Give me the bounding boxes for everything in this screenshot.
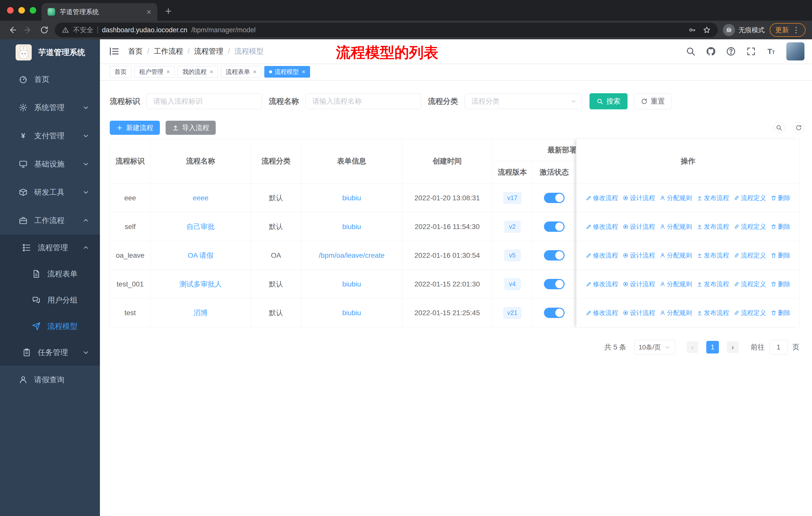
close-window-button[interactable] (7, 7, 13, 13)
active-toggle[interactable] (544, 279, 564, 289)
page-1-button[interactable]: 1 (706, 341, 719, 353)
maximize-window-button[interactable] (30, 7, 36, 13)
sidebar-item-workflow[interactable]: 工作流程 (0, 206, 100, 235)
action-edit-process[interactable]: 修改流程 (586, 251, 618, 260)
reset-button[interactable]: 重置 (634, 93, 671, 109)
prev-page-button[interactable]: ‹ (687, 342, 698, 353)
form-info-link[interactable]: biubiu (342, 223, 361, 231)
action-edit-process[interactable]: 修改流程 (586, 309, 618, 317)
active-toggle[interactable] (544, 193, 564, 203)
action-process-definition[interactable]: 流程定义 (734, 280, 766, 288)
action-design-process[interactable]: 设计流程 (623, 309, 655, 317)
sidebar-item-task-management[interactable]: 任务管理 (0, 340, 100, 365)
action-delete[interactable]: 删除 (771, 251, 791, 260)
action-assign-rule[interactable]: 分配规则 (660, 251, 692, 260)
action-delete[interactable]: 删除 (771, 280, 791, 288)
form-info-link[interactable]: biubiu (342, 280, 361, 288)
tag-my-process[interactable]: 我的流程× (178, 66, 218, 78)
action-process-definition[interactable]: 流程定义 (734, 222, 766, 231)
breadcrumb-workflow[interactable]: 工作流程 (154, 46, 183, 56)
sidebar-item-process-management[interactable]: 流程管理 (0, 235, 100, 261)
action-design-process[interactable]: 设计流程 (623, 251, 655, 260)
sidebar-item-infrastructure[interactable]: 基础设施 (0, 150, 100, 178)
sidebar-item-user-group[interactable]: 用户分组 (0, 287, 100, 313)
forward-icon[interactable] (23, 24, 34, 35)
sidebar-collapse-icon[interactable] (109, 46, 120, 57)
action-delete[interactable]: 删除 (771, 222, 791, 231)
process-key-input[interactable] (146, 93, 262, 109)
process-name-link[interactable]: 滔博 (194, 308, 208, 318)
tag-process-model[interactable]: 流程模型× (264, 66, 310, 78)
search-button[interactable]: 搜索 (589, 93, 628, 109)
action-assign-rule[interactable]: 分配规则 (660, 280, 692, 288)
github-icon[interactable] (706, 46, 716, 56)
new-tab-button[interactable]: + (165, 5, 172, 17)
process-name-link[interactable]: 测试多审批人 (179, 279, 222, 289)
bookmark-star-icon[interactable] (703, 26, 711, 34)
back-icon[interactable] (6, 24, 18, 35)
action-edit-process[interactable]: 修改流程 (586, 280, 618, 288)
action-design-process[interactable]: 设计流程 (623, 222, 655, 231)
goto-page-input[interactable] (769, 340, 788, 354)
close-icon[interactable]: × (253, 68, 257, 75)
process-name-link[interactable]: OA 请假 (188, 251, 214, 260)
help-icon[interactable] (726, 46, 736, 56)
process-name-link[interactable]: eeee (193, 194, 208, 202)
sidebar-item-system[interactable]: 系统管理 (0, 93, 100, 122)
action-assign-rule[interactable]: 分配规则 (660, 194, 692, 202)
action-edit-process[interactable]: 修改流程 (586, 222, 618, 231)
user-avatar[interactable] (786, 42, 805, 60)
search-icon[interactable] (686, 46, 696, 56)
active-toggle[interactable] (544, 250, 564, 261)
action-publish-process[interactable]: 发布流程 (697, 222, 729, 231)
action-delete[interactable]: 删除 (771, 194, 791, 202)
browser-menu-icon[interactable]: ⋮ (792, 28, 800, 32)
minimize-window-button[interactable] (18, 7, 25, 13)
refresh-table-button[interactable] (793, 122, 805, 134)
action-publish-process[interactable]: 发布流程 (697, 251, 729, 260)
font-size-icon[interactable]: TT (766, 46, 776, 56)
action-publish-process[interactable]: 发布流程 (697, 309, 729, 317)
breadcrumb-process-management[interactable]: 流程管理 (194, 46, 223, 56)
tag-process-form[interactable]: 流程表单× (221, 66, 261, 78)
close-icon[interactable]: × (166, 68, 170, 75)
action-edit-process[interactable]: 修改流程 (586, 194, 618, 202)
page-size-select[interactable]: 10条/页 (634, 340, 675, 354)
reload-icon[interactable] (39, 24, 50, 35)
form-info-link[interactable]: biubiu (342, 194, 361, 202)
action-process-definition[interactable]: 流程定义 (734, 194, 766, 202)
action-assign-rule[interactable]: 分配规则 (660, 222, 692, 231)
category-select[interactable]: 流程分类 (465, 93, 582, 109)
chrome-update-button[interactable]: 更新 ⋮ (770, 23, 806, 37)
active-toggle[interactable] (544, 221, 564, 232)
form-info-link[interactable]: /bpm/oa/leave/create (319, 251, 385, 260)
fullscreen-icon[interactable] (746, 46, 756, 56)
active-toggle[interactable] (544, 308, 564, 318)
key-icon[interactable] (688, 26, 696, 34)
address-bar[interactable]: 不安全 dashboard.yudao.iocoder.cn /bpm/mana… (55, 23, 718, 37)
create-process-button[interactable]: 新建流程 (110, 121, 160, 135)
action-process-definition[interactable]: 流程定义 (734, 251, 766, 260)
close-icon[interactable]: × (210, 68, 213, 75)
action-process-definition[interactable]: 流程定义 (734, 309, 766, 317)
close-icon[interactable]: × (302, 68, 305, 75)
import-process-button[interactable]: 导入流程 (166, 121, 216, 135)
sidebar-item-payment[interactable]: ¥ 支付管理 (0, 122, 100, 150)
action-design-process[interactable]: 设计流程 (623, 280, 655, 288)
action-design-process[interactable]: 设计流程 (623, 194, 655, 202)
tab-close-icon[interactable]: × (146, 8, 151, 16)
action-publish-process[interactable]: 发布流程 (697, 280, 729, 288)
breadcrumb-home[interactable]: 首页 (128, 46, 143, 56)
sidebar-item-devtools[interactable]: 研发工具 (0, 178, 100, 206)
sidebar-item-process-model[interactable]: 流程模型 (0, 313, 100, 340)
process-name-link[interactable]: 自己审批 (186, 222, 215, 232)
tag-tenant[interactable]: 租户管理× (135, 66, 175, 78)
next-page-button[interactable]: › (727, 342, 738, 353)
form-info-link[interactable]: biubiu (342, 309, 361, 317)
tag-home[interactable]: 首页 (110, 66, 132, 78)
show-search-button[interactable] (773, 122, 785, 134)
sidebar-item-home[interactable]: 首页 (0, 65, 100, 93)
sidebar-item-leave-query[interactable]: 请假查询 (0, 365, 100, 394)
browser-tab[interactable]: 芋道管理系统 × (41, 3, 157, 21)
sidebar-item-process-form[interactable]: 流程表单 (0, 261, 100, 287)
